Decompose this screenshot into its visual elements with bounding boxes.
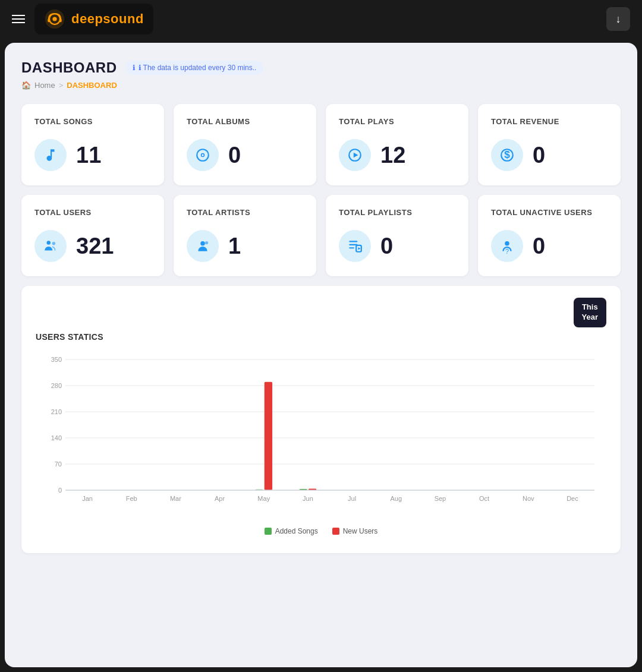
svg-point-16 <box>205 241 208 244</box>
logo-box: deepsound <box>34 4 153 34</box>
info-text: ℹ The data is updated every 30 mins.. <box>139 64 257 72</box>
stat-label: TOTAL REVENUE <box>491 117 608 126</box>
stat-number: 1 <box>228 234 241 259</box>
info-icon: ℹ <box>133 64 136 72</box>
svg-point-8 <box>202 154 203 156</box>
stat-number: 11 <box>76 143 101 168</box>
svg-text:May: May <box>257 495 270 502</box>
svg-text:Sep: Sep <box>435 495 446 502</box>
stat-icon-circle <box>339 230 371 262</box>
svg-text:Dec: Dec <box>567 495 578 502</box>
svg-text:$: $ <box>504 149 510 160</box>
legend-dot <box>265 528 272 535</box>
svg-marker-21 <box>358 247 360 250</box>
stat-label: TOTAL PLAYS <box>339 117 455 126</box>
svg-text:Jun: Jun <box>303 495 313 502</box>
svg-point-22 <box>505 241 509 246</box>
svg-text:280: 280 <box>51 382 62 389</box>
svg-point-15 <box>200 241 205 246</box>
svg-rect-42 <box>265 381 272 490</box>
svg-text:350: 350 <box>51 356 62 363</box>
breadcrumb-separator: > <box>59 81 64 90</box>
download-button[interactable]: ↓ <box>606 7 630 31</box>
stat-card: TOTAL PLAYS12 <box>326 104 468 185</box>
stat-icon-circle: $ <box>491 139 523 171</box>
svg-text:Mar: Mar <box>170 495 181 502</box>
legend-label: New Users <box>343 527 378 535</box>
stat-value-row: 0 <box>339 230 455 262</box>
stat-number: 0 <box>228 143 241 168</box>
stat-label: TOTAL ALBUMS <box>187 117 303 126</box>
svg-text:Jul: Jul <box>348 495 356 502</box>
stat-value-row: 11 <box>34 139 151 171</box>
stat-number: 0 <box>533 143 545 168</box>
svg-text:Aug: Aug <box>390 495 402 502</box>
chart-area: 350280210140700JanFebMarAprMayJunJulAugS… <box>36 354 606 520</box>
breadcrumb-home[interactable]: Home <box>34 81 55 90</box>
stat-value-row: 1 <box>187 230 303 262</box>
stat-value-row: 0 <box>187 139 303 171</box>
svg-point-14 <box>52 242 55 245</box>
main-content: DASHBOARD ℹ ℹ The data is updated every … <box>5 43 637 667</box>
stat-label: TOTAL USERS <box>34 208 151 217</box>
svg-text:Oct: Oct <box>479 495 489 502</box>
svg-text:0: 0 <box>58 487 62 494</box>
svg-text:140: 140 <box>51 434 62 441</box>
stat-icon-circle <box>187 139 219 171</box>
stat-card: TOTAL USERS321 <box>21 195 164 276</box>
stat-card: TOTAL UNACTIVE USERS?0 <box>478 195 621 276</box>
breadcrumb-current: DASHBOARD <box>67 81 117 90</box>
chart-svg: 350280210140700JanFebMarAprMayJunJulAugS… <box>36 354 606 520</box>
logo-icon <box>44 8 65 30</box>
stat-value-row: $0 <box>491 139 608 171</box>
stat-number: 12 <box>380 143 405 168</box>
svg-text:Feb: Feb <box>126 495 137 502</box>
app-header: deepsound ↓ <box>0 0 642 38</box>
page-title: DASHBOARD <box>21 59 117 76</box>
home-icon: 🏠 <box>21 81 31 90</box>
stat-value-row: 12 <box>339 139 455 171</box>
year-button[interactable]: This Year <box>574 298 606 327</box>
legend-item: Added Songs <box>265 527 318 535</box>
svg-text:210: 210 <box>51 408 62 415</box>
svg-text:Jan: Jan <box>82 495 93 502</box>
info-badge: ℹ ℹ The data is updated every 30 mins.. <box>125 61 264 75</box>
svg-marker-10 <box>354 153 358 158</box>
stat-card: TOTAL ALBUMS0 <box>174 104 316 185</box>
stat-label: TOTAL SONGS <box>34 117 151 126</box>
svg-text:?: ? <box>505 248 509 254</box>
stat-icon-circle: ? <box>491 230 523 262</box>
menu-button[interactable] <box>12 15 25 23</box>
legend-item: New Users <box>332 527 378 535</box>
stat-card: TOTAL ARTISTS1 <box>174 195 316 276</box>
legend-label: Added Songs <box>275 527 318 535</box>
svg-point-3 <box>52 17 56 21</box>
stats-grid-row1: TOTAL SONGS11TOTAL ALBUMS0TOTAL PLAYS12T… <box>21 104 621 185</box>
legend-dot <box>332 528 339 535</box>
stat-number: 321 <box>76 234 114 259</box>
svg-rect-17 <box>349 241 357 242</box>
svg-rect-4 <box>48 18 50 22</box>
svg-rect-5 <box>59 18 62 22</box>
stat-card: TOTAL REVENUE$0 <box>478 104 621 185</box>
chart-legend: Added SongsNew Users <box>36 527 606 535</box>
stat-card: TOTAL SONGS11 <box>21 104 164 185</box>
svg-text:Nov: Nov <box>523 495 534 502</box>
stat-icon-circle <box>187 230 219 262</box>
chart-section: This Year USERS STATICS 350280210140700J… <box>21 286 621 553</box>
page-title-row: DASHBOARD ℹ ℹ The data is updated every … <box>21 59 621 76</box>
svg-rect-19 <box>349 247 354 248</box>
logo-text: deepsound <box>71 11 144 27</box>
header-left: deepsound <box>12 4 153 34</box>
stat-label: TOTAL UNACTIVE USERS <box>491 208 608 217</box>
stat-number: 0 <box>533 234 545 259</box>
svg-text:Apr: Apr <box>215 495 225 502</box>
stat-value-row: ?0 <box>491 230 608 262</box>
svg-point-13 <box>47 241 51 245</box>
stat-icon-circle <box>339 139 371 171</box>
stat-label: TOTAL PLAYLISTS <box>339 208 455 217</box>
svg-text:70: 70 <box>55 460 62 468</box>
stats-grid-row2: TOTAL USERS321TOTAL ARTISTS1TOTAL PLAYLI… <box>21 195 621 276</box>
stat-value-row: 321 <box>34 230 151 262</box>
stat-icon-circle <box>34 230 67 262</box>
